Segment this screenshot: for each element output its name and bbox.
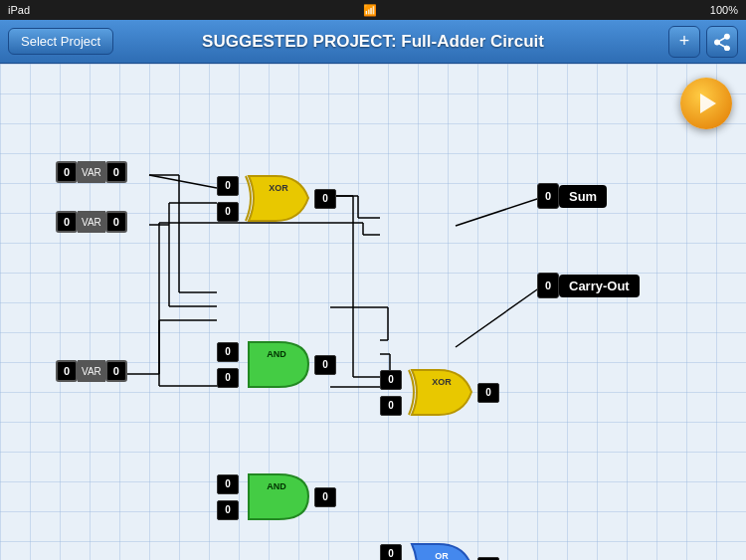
svg-line-0 xyxy=(149,175,217,188)
input-a-label: VAR xyxy=(78,161,105,183)
title-bar: Select Project SUGGESTED PROJECT: Full-A… xyxy=(0,20,746,64)
add-button[interactable]: + xyxy=(668,26,700,58)
or-gate[interactable]: 0 0 OR 0 xyxy=(380,539,746,560)
svg-text:OR: OR xyxy=(435,551,449,560)
svg-text:XOR: XOR xyxy=(432,377,452,387)
share-button[interactable] xyxy=(706,26,738,58)
and1-in1: 0 xyxy=(217,342,239,362)
sum-bit: 0 xyxy=(537,183,559,209)
select-project-button[interactable]: Select Project xyxy=(8,28,113,55)
and2-in1: 0 xyxy=(217,474,239,494)
input-a-output: 0 xyxy=(105,161,127,183)
input-b-bit[interactable]: 0 xyxy=(56,211,78,233)
and2-out: 0 xyxy=(314,487,336,507)
xor-gate-2[interactable]: 0 0 XOR 0 xyxy=(380,365,746,420)
svg-text:XOR: XOR xyxy=(269,183,288,193)
sum-output: 0 Sum xyxy=(537,183,607,209)
page-title: SUGGESTED PROJECT: Full-Adder Circuit xyxy=(202,32,544,52)
or-out: 0 xyxy=(477,557,499,561)
input-c-label: VAR xyxy=(78,360,105,382)
status-bar: iPad 📶 100% xyxy=(0,0,746,20)
circuit-canvas[interactable]: 0 VAR 0 0 VAR 0 0 VAR 0 0 0 XOR 0 xyxy=(0,64,746,560)
input-c-output: 0 xyxy=(105,360,127,382)
input-c[interactable]: 0 VAR 0 xyxy=(56,360,127,382)
xor2-in2: 0 xyxy=(380,396,402,416)
input-b-output: 0 xyxy=(105,211,127,233)
toolbar-actions: + xyxy=(668,26,738,58)
input-c-bit[interactable]: 0 xyxy=(56,360,78,382)
sum-label: Sum xyxy=(559,185,607,208)
input-a-bit[interactable]: 0 xyxy=(56,161,78,183)
input-b-label: VAR xyxy=(78,211,105,233)
xor1-in2: 0 xyxy=(217,202,239,222)
carry-bit: 0 xyxy=(537,273,559,298)
and2-in2: 0 xyxy=(217,500,239,520)
wifi-icon: 📶 xyxy=(363,4,377,17)
carry-label: Carry-Out xyxy=(559,275,640,297)
or-in1: 0 xyxy=(380,544,402,561)
xor-gate-1[interactable]: 0 0 XOR 0 xyxy=(217,171,746,226)
run-indicator[interactable] xyxy=(680,78,732,129)
svg-text:AND: AND xyxy=(267,349,286,359)
input-b[interactable]: 0 VAR 0 xyxy=(56,211,127,233)
svg-marker-37 xyxy=(700,93,716,113)
carrier-label: iPad xyxy=(8,4,30,16)
and1-out: 0 xyxy=(314,355,336,375)
xor1-in1: 0 xyxy=(217,176,239,196)
battery-label: 100% xyxy=(710,4,738,16)
svg-text:AND: AND xyxy=(267,481,286,491)
and-gate-2[interactable]: 0 0 AND 0 xyxy=(217,469,746,524)
xor1-out: 0 xyxy=(314,189,336,209)
and1-in2: 0 xyxy=(217,368,239,388)
carry-out-output: 0 Carry-Out xyxy=(537,273,640,298)
input-a[interactable]: 0 VAR 0 xyxy=(56,161,127,183)
xor2-in1: 0 xyxy=(380,370,402,390)
xor2-out: 0 xyxy=(477,383,499,403)
